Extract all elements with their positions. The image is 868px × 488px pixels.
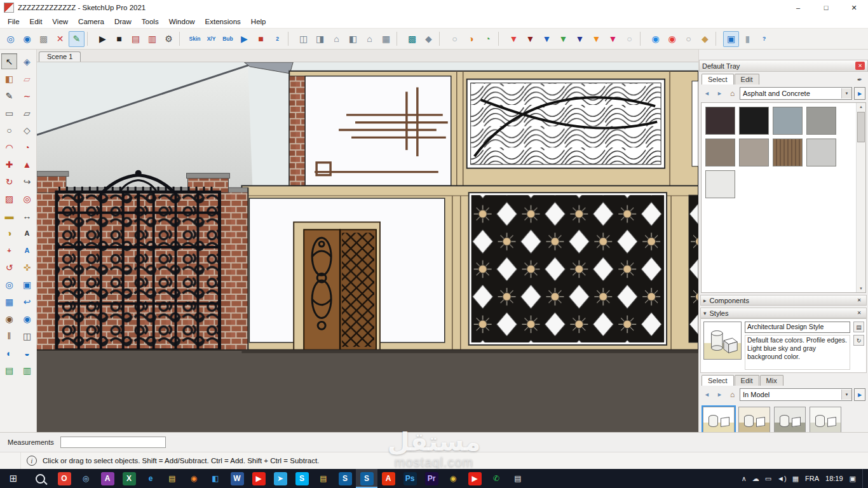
- style-architectural-design[interactable]: [703, 407, 735, 432]
- tag-tool-icon[interactable]: ◆: [421, 31, 437, 47]
- style-pale[interactable]: [810, 407, 841, 432]
- paint-bucket-icon[interactable]: ◧: [1, 71, 17, 86]
- 3d-text-tool-icon[interactable]: A: [19, 242, 35, 258]
- styles-close-icon[interactable]: ✕: [855, 309, 864, 317]
- subtract-icon[interactable]: ◧: [345, 31, 361, 47]
- materials-back-icon[interactable]: ◄: [702, 88, 712, 98]
- sample-paint-eyedropper-icon[interactable]: ✒: [854, 74, 865, 85]
- scrollbar-track[interactable]: [857, 111, 865, 285]
- sandbox-from-contours-icon[interactable]: ◐: [1, 345, 17, 361]
- taskbar-telegram-icon[interactable]: ➤: [269, 469, 291, 488]
- taskbar-excel-icon[interactable]: X: [118, 469, 140, 488]
- sphere-tool-icon[interactable]: ○: [621, 31, 637, 47]
- style-tan[interactable]: [738, 407, 770, 432]
- chevron-down-icon[interactable]: ▼: [841, 390, 851, 400]
- chevron-down-icon[interactable]: ▼: [841, 88, 851, 98]
- dimension-tool-icon[interactable]: ↔: [19, 208, 35, 224]
- stop-script-icon[interactable]: ■: [253, 31, 269, 47]
- drop-blue-icon[interactable]: ▼: [539, 31, 555, 47]
- menu-item[interactable]: Camera: [73, 17, 109, 27]
- drop-maroon-icon[interactable]: ▼: [522, 31, 538, 47]
- styles-secondary-pane-icon[interactable]: ▶: [854, 388, 865, 401]
- axes-icon[interactable]: ✕: [52, 31, 68, 47]
- scrollbar-thumb[interactable]: [857, 112, 865, 142]
- taskbar-sketchup-active-icon[interactable]: S: [356, 469, 377, 488]
- styles-tab-edit[interactable]: Edit: [735, 375, 759, 386]
- walk-tool-icon[interactable]: ‖: [1, 328, 17, 344]
- styles-back-icon[interactable]: ◄: [702, 390, 712, 400]
- settings-gear-icon[interactable]: ⚙: [161, 31, 177, 47]
- shadows-off-icon[interactable]: ○: [447, 31, 463, 47]
- make-component-icon[interactable]: ◈: [19, 53, 35, 69]
- export-scene-icon[interactable]: ▤: [128, 31, 144, 47]
- sandbox-from-scratch-icon[interactable]: ◒: [19, 345, 35, 361]
- materials-tab-edit[interactable]: Edit: [735, 74, 759, 85]
- maximize-button[interactable]: □: [812, 0, 840, 15]
- rectangle-tool-icon[interactable]: ▭: [1, 105, 17, 121]
- follow-me-tool-icon[interactable]: ↪: [19, 173, 35, 189]
- edit-mode-icon[interactable]: ✎: [69, 31, 85, 47]
- pour-tool-icon[interactable]: ◆: [697, 31, 713, 47]
- rotate-tool-icon[interactable]: ↻: [1, 173, 17, 189]
- offset-tool-icon[interactable]: ◎: [19, 191, 35, 207]
- shadows-green-icon[interactable]: ◔: [480, 31, 496, 47]
- styles-section-header[interactable]: ▾ Styles ✕: [700, 308, 867, 318]
- styles-forward-icon[interactable]: ►: [714, 390, 725, 400]
- soap-bubble-icon[interactable]: ▥: [19, 362, 35, 378]
- run-script-icon[interactable]: ▶: [236, 31, 252, 47]
- taskbar-youtube-icon[interactable]: ▶: [248, 469, 269, 488]
- update-style-icon[interactable]: ↻: [853, 335, 864, 346]
- styles-home-icon[interactable]: ⌂: [727, 390, 738, 400]
- drop-pink-icon[interactable]: ▼: [605, 31, 621, 47]
- material-concrete-blue-gray[interactable]: [773, 107, 803, 135]
- menu-item[interactable]: View: [47, 17, 73, 27]
- taskbar-notepad-icon[interactable]: ▤: [507, 469, 529, 488]
- split-icon[interactable]: ▦: [378, 31, 394, 47]
- material-wood-boards[interactable]: [773, 139, 803, 166]
- line-tool-icon[interactable]: ✎: [1, 88, 17, 104]
- push-pull-tool-icon[interactable]: ▲: [19, 156, 35, 172]
- materials-home-icon[interactable]: ⌂: [727, 88, 738, 98]
- protractor-tool-icon[interactable]: ◑: [1, 225, 17, 241]
- show-desktop-button[interactable]: [862, 469, 866, 488]
- material-concrete-white[interactable]: [705, 170, 735, 198]
- zoom-extents-icon[interactable]: ◎: [3, 31, 18, 47]
- material-asphalt-black[interactable]: [739, 107, 769, 135]
- menu-item[interactable]: Extensions: [200, 17, 246, 27]
- trim-icon[interactable]: ⌂: [362, 31, 377, 47]
- column-tool-icon[interactable]: ▮: [740, 31, 756, 47]
- display-icon[interactable]: ▭: [765, 475, 771, 483]
- taskbar-firefox-icon[interactable]: ◉: [183, 469, 205, 488]
- rotated-rectangle-tool-icon[interactable]: ▱: [19, 105, 35, 121]
- language-indicator[interactable]: FRA: [805, 475, 819, 482]
- stop-animation-icon[interactable]: ■: [111, 31, 127, 47]
- intersect-icon[interactable]: ◨: [312, 31, 328, 47]
- script-2-icon[interactable]: 2: [269, 31, 285, 47]
- create-style-icon[interactable]: ▤: [853, 322, 864, 332]
- skin-tool-icon[interactable]: Skin: [187, 31, 203, 47]
- taskbar-whatsapp-icon[interactable]: ✆: [485, 469, 507, 488]
- menu-item[interactable]: Help: [246, 17, 271, 27]
- pie-tool-icon[interactable]: ◔: [19, 139, 35, 155]
- look-around-tool-icon[interactable]: ◉: [19, 311, 35, 327]
- drop-navy-icon[interactable]: ▼: [572, 31, 588, 47]
- clock[interactable]: 18:19: [825, 475, 843, 482]
- taskbar-premiere-icon[interactable]: Pr: [421, 469, 442, 488]
- action-center-icon[interactable]: ▣: [850, 475, 856, 483]
- eraser-icon[interactable]: ▱: [19, 71, 35, 86]
- polygon-tool-icon[interactable]: ◇: [19, 122, 35, 138]
- materials-scrollbar[interactable]: ▲ ▼: [856, 103, 865, 292]
- zoom-tool-icon[interactable]: ◎: [1, 276, 17, 292]
- position-camera-tool-icon[interactable]: ◉: [1, 311, 17, 327]
- taskbar-sketchup-icon[interactable]: S: [334, 469, 356, 488]
- measurements-input[interactable]: [60, 437, 166, 448]
- menu-item[interactable]: File: [3, 17, 25, 27]
- material-concrete-warm-gray[interactable]: [739, 139, 769, 166]
- viewport-3d-scene[interactable]: [37, 62, 698, 432]
- styles-tab-mix[interactable]: Mix: [760, 375, 783, 386]
- drop-green-icon[interactable]: ▼: [555, 31, 571, 47]
- material-concrete-light[interactable]: [806, 139, 836, 166]
- outer-shell-icon[interactable]: ◫: [295, 31, 311, 47]
- previous-view-tool-icon[interactable]: ↩: [19, 294, 35, 309]
- material-asphalt-dark[interactable]: [705, 107, 735, 135]
